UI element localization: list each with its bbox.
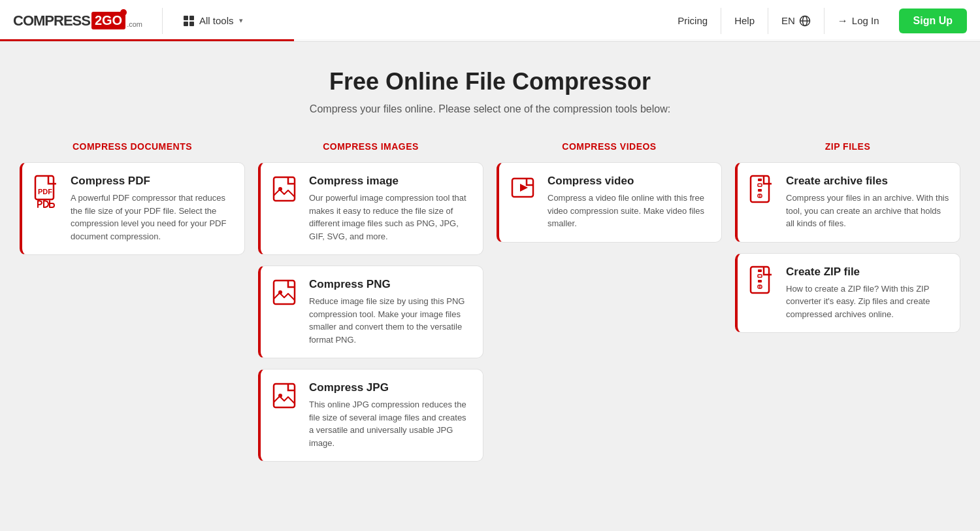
tool-title-compress-image: Compress image (309, 175, 472, 188)
column-documents: COMPRESS DOCUMENTS PDF Compress PDFA pow… (20, 141, 245, 472)
svg-rect-22 (758, 280, 762, 283)
login-arrow-icon: → (838, 15, 848, 27)
image-icon (271, 278, 300, 312)
tool-card-compress-jpg[interactable]: Compress JPGThis online JPG compression … (258, 369, 483, 462)
zip-icon (748, 175, 777, 209)
tool-desc-compress-jpg: This online JPG compression reduces the … (309, 398, 472, 449)
tool-info-compress-video: Compress videoCompress a video file onli… (547, 175, 711, 230)
image-icon (271, 381, 300, 415)
chevron-down-icon: ▾ (239, 16, 243, 25)
column-header-videos: COMPRESS VIDEOS (497, 141, 722, 152)
login-button[interactable]: → Log In (825, 15, 892, 27)
tool-info-compress-png: Compress PNGReduce image file size by us… (309, 278, 472, 346)
globe-icon (799, 15, 811, 27)
svg-text:PDF: PDF (38, 188, 52, 196)
tool-info-create-archive: Create archive filesCompress your files … (786, 175, 949, 230)
svg-rect-14 (758, 179, 762, 181)
zip-icon (748, 266, 777, 300)
main-content: Free Online File Compressor Compress you… (0, 42, 980, 498)
tool-info-create-zip: Create ZIP fileHow to create a ZIP file?… (786, 266, 949, 321)
tool-desc-compress-image: Our powerful image compression tool that… (309, 192, 472, 243)
svg-rect-16 (758, 189, 762, 192)
page-title: Free Online File Compressor (20, 68, 960, 95)
tool-info-compress-jpg: Compress JPGThis online JPG compression … (309, 381, 472, 449)
column-videos: COMPRESS VIDEOS Compress videoCompress a… (497, 141, 722, 472)
tool-desc-compress-video: Compress a video file online with this f… (547, 192, 711, 230)
tool-card-compress-image[interactable]: Compress imageOur powerful image compres… (258, 162, 483, 255)
tool-card-compress-pdf[interactable]: PDF Compress PDFA powerful PDF compresso… (20, 162, 245, 255)
tool-title-compress-jpg: Compress JPG (309, 381, 472, 394)
tool-desc-create-archive: Compress your files in an archive. With … (786, 192, 949, 230)
signup-button[interactable]: Sign Up (899, 9, 967, 33)
svg-rect-9 (274, 384, 295, 407)
logo-text-compress: COMPRESS (13, 12, 90, 29)
nav-pricing[interactable]: Pricing (664, 15, 721, 26)
nav-help[interactable]: Help (721, 15, 768, 26)
svg-rect-21 (758, 275, 762, 277)
pdf-icon: PDF (33, 175, 61, 209)
tool-info-compress-pdf: Compress PDFA powerful PDF compressor th… (71, 175, 234, 243)
all-tools-button[interactable]: All tools ▾ (176, 10, 251, 31)
logo[interactable]: COMPRESS 2GO .com (13, 12, 142, 29)
page-subtitle: Compress your files online. Please selec… (20, 103, 960, 115)
svg-rect-5 (274, 177, 295, 201)
tool-card-compress-video[interactable]: Compress videoCompress a video file onli… (497, 162, 722, 243)
grid-icon (184, 16, 194, 26)
svg-rect-15 (758, 184, 762, 186)
tool-title-compress-video: Compress video (547, 175, 711, 188)
tool-card-create-archive[interactable]: Create archive filesCompress your files … (735, 162, 960, 243)
tool-desc-compress-pdf: A powerful PDF compressor that reduces t… (71, 192, 234, 243)
svg-rect-7 (274, 281, 295, 304)
column-header-images: COMPRESS IMAGES (258, 141, 483, 152)
header-divider (162, 8, 163, 34)
all-tools-label: All tools (199, 15, 234, 26)
header: COMPRESS 2GO .com All tools ▾ Pricing He… (0, 0, 980, 42)
tool-info-compress-image: Compress imageOur powerful image compres… (309, 175, 472, 243)
svg-rect-20 (758, 269, 762, 272)
tool-title-create-archive: Create archive files (786, 175, 949, 188)
column-images: COMPRESS IMAGES Compress imageOur powerf… (258, 141, 483, 472)
tool-desc-create-zip: How to create a ZIP file? With this ZIP … (786, 283, 949, 321)
tool-card-compress-png[interactable]: Compress PNGReduce image file size by us… (258, 266, 483, 358)
header-nav: Pricing Help EN → Log In Sign Up (664, 8, 967, 34)
image-icon (271, 175, 300, 209)
logo-com: .com (127, 20, 142, 28)
login-label: Log In (852, 15, 879, 26)
header-accent (0, 39, 980, 41)
tool-title-create-zip: Create ZIP file (786, 266, 949, 279)
tool-card-create-zip[interactable]: Create ZIP fileHow to create a ZIP file?… (735, 253, 960, 334)
tool-title-compress-pdf: Compress PDF (71, 175, 234, 188)
column-zip: ZIP FILES Create archive filesCompress y… (735, 141, 960, 472)
video-icon (510, 175, 538, 209)
column-header-documents: COMPRESS DOCUMENTS (20, 141, 245, 152)
tool-title-compress-png: Compress PNG (309, 278, 472, 291)
tools-grid: COMPRESS DOCUMENTS PDF Compress PDFA pow… (20, 141, 960, 472)
column-header-zip: ZIP FILES (735, 141, 960, 152)
logo-2go: 2GO (91, 12, 125, 29)
tool-desc-compress-png: Reduce image file size by using this PNG… (309, 295, 472, 346)
lang-label: EN (781, 15, 795, 26)
language-button[interactable]: EN (768, 15, 824, 27)
